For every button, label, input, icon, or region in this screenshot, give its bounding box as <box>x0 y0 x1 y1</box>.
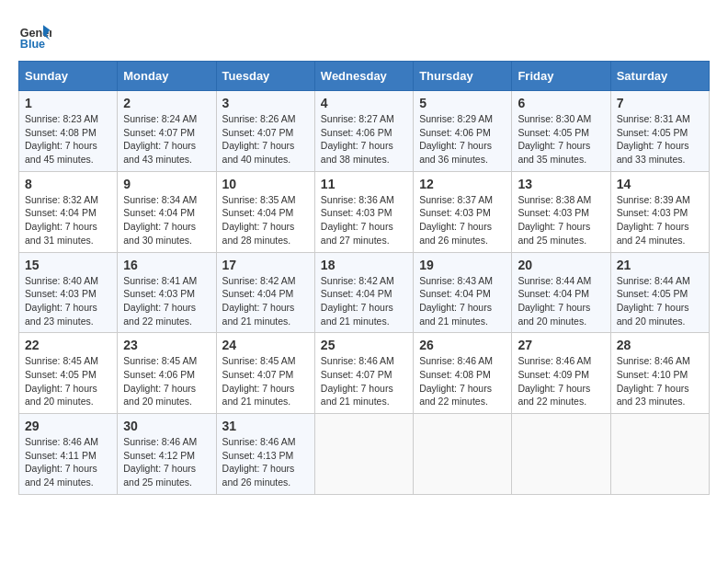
calendar-day-3: 3Sunrise: 8:26 AM Sunset: 4:07 PM Daylig… <box>216 91 314 172</box>
calendar-day-24: 24Sunrise: 8:45 AM Sunset: 4:07 PM Dayli… <box>216 333 314 414</box>
calendar-day-4: 4Sunrise: 8:27 AM Sunset: 4:06 PM Daylig… <box>314 91 413 172</box>
day-detail: Sunrise: 8:38 AM Sunset: 4:03 PM Dayligh… <box>518 194 591 246</box>
day-detail: Sunrise: 8:46 AM Sunset: 4:10 PM Dayligh… <box>617 355 690 407</box>
day-number: 13 <box>518 177 604 191</box>
calendar-day-20: 20Sunrise: 8:44 AM Sunset: 4:04 PM Dayli… <box>512 252 610 333</box>
day-number: 16 <box>123 258 210 272</box>
day-number: 10 <box>222 177 309 191</box>
day-detail: Sunrise: 8:46 AM Sunset: 4:12 PM Dayligh… <box>123 436 197 488</box>
calendar-day-10: 10Sunrise: 8:35 AM Sunset: 4:04 PM Dayli… <box>216 171 314 252</box>
calendar-day-9: 9Sunrise: 8:34 AM Sunset: 4:04 PM Daylig… <box>118 171 216 252</box>
empty-cell <box>610 414 709 495</box>
calendar-day-8: 8Sunrise: 8:32 AM Sunset: 4:04 PM Daylig… <box>19 171 118 252</box>
logo-icon: General Blue <box>18 18 51 52</box>
day-number: 11 <box>321 177 407 191</box>
day-number: 19 <box>419 258 506 272</box>
day-detail: Sunrise: 8:24 AM Sunset: 4:07 PM Dayligh… <box>123 113 197 165</box>
weekday-header-saturday: Saturday <box>610 62 709 91</box>
empty-cell <box>314 414 413 495</box>
day-number: 15 <box>25 258 111 272</box>
weekday-header-sunday: Sunday <box>19 62 118 91</box>
calendar-day-7: 7Sunrise: 8:31 AM Sunset: 4:05 PM Daylig… <box>610 91 709 172</box>
day-detail: Sunrise: 8:37 AM Sunset: 4:03 PM Dayligh… <box>419 194 493 246</box>
day-detail: Sunrise: 8:34 AM Sunset: 4:04 PM Dayligh… <box>123 194 197 246</box>
day-detail: Sunrise: 8:35 AM Sunset: 4:04 PM Dayligh… <box>222 194 296 246</box>
calendar-day-14: 14Sunrise: 8:39 AM Sunset: 4:03 PM Dayli… <box>610 171 709 252</box>
day-detail: Sunrise: 8:46 AM Sunset: 4:08 PM Dayligh… <box>419 355 493 407</box>
calendar-day-16: 16Sunrise: 8:41 AM Sunset: 4:03 PM Dayli… <box>118 252 216 333</box>
calendar-day-22: 22Sunrise: 8:45 AM Sunset: 4:05 PM Dayli… <box>19 333 118 414</box>
weekday-header-wednesday: Wednesday <box>314 62 413 91</box>
day-detail: Sunrise: 8:31 AM Sunset: 4:05 PM Dayligh… <box>617 113 690 165</box>
day-number: 4 <box>321 96 407 110</box>
day-detail: Sunrise: 8:30 AM Sunset: 4:05 PM Dayligh… <box>518 113 591 165</box>
calendar-header: SundayMondayTuesdayWednesdayThursdayFrid… <box>19 62 710 91</box>
calendar-day-2: 2Sunrise: 8:24 AM Sunset: 4:07 PM Daylig… <box>118 91 216 172</box>
day-detail: Sunrise: 8:44 AM Sunset: 4:05 PM Dayligh… <box>617 275 690 327</box>
day-number: 8 <box>25 177 111 191</box>
day-number: 5 <box>419 96 506 110</box>
calendar-day-26: 26Sunrise: 8:46 AM Sunset: 4:08 PM Dayli… <box>414 333 512 414</box>
calendar-day-13: 13Sunrise: 8:38 AM Sunset: 4:03 PM Dayli… <box>512 171 610 252</box>
calendar-week-4: 22Sunrise: 8:45 AM Sunset: 4:05 PM Dayli… <box>19 333 710 414</box>
day-detail: Sunrise: 8:41 AM Sunset: 4:03 PM Dayligh… <box>123 275 197 327</box>
day-number: 17 <box>222 258 309 272</box>
weekday-header-friday: Friday <box>512 62 610 91</box>
day-detail: Sunrise: 8:46 AM Sunset: 4:07 PM Dayligh… <box>321 355 394 407</box>
calendar-day-5: 5Sunrise: 8:29 AM Sunset: 4:06 PM Daylig… <box>414 91 512 172</box>
day-detail: Sunrise: 8:32 AM Sunset: 4:04 PM Dayligh… <box>25 194 98 246</box>
day-detail: Sunrise: 8:42 AM Sunset: 4:04 PM Dayligh… <box>321 275 394 327</box>
day-number: 26 <box>419 338 506 352</box>
day-number: 3 <box>222 96 309 110</box>
day-number: 2 <box>123 96 210 110</box>
header: General Blue <box>18 18 710 52</box>
calendar-day-17: 17Sunrise: 8:42 AM Sunset: 4:04 PM Dayli… <box>216 252 314 333</box>
calendar-week-3: 15Sunrise: 8:40 AM Sunset: 4:03 PM Dayli… <box>19 252 710 333</box>
day-detail: Sunrise: 8:39 AM Sunset: 4:03 PM Dayligh… <box>617 194 690 246</box>
calendar-day-19: 19Sunrise: 8:43 AM Sunset: 4:04 PM Dayli… <box>414 252 512 333</box>
calendar-day-27: 27Sunrise: 8:46 AM Sunset: 4:09 PM Dayli… <box>512 333 610 414</box>
day-detail: Sunrise: 8:45 AM Sunset: 4:06 PM Dayligh… <box>123 355 197 407</box>
day-number: 21 <box>617 258 703 272</box>
day-detail: Sunrise: 8:27 AM Sunset: 4:06 PM Dayligh… <box>321 113 394 165</box>
day-number: 30 <box>123 419 210 433</box>
day-number: 20 <box>518 258 604 272</box>
calendar-day-6: 6Sunrise: 8:30 AM Sunset: 4:05 PM Daylig… <box>512 91 610 172</box>
day-number: 22 <box>25 338 111 352</box>
day-detail: Sunrise: 8:36 AM Sunset: 4:03 PM Dayligh… <box>321 194 394 246</box>
calendar-week-5: 29Sunrise: 8:46 AM Sunset: 4:11 PM Dayli… <box>19 414 710 495</box>
calendar-week-1: 1Sunrise: 8:23 AM Sunset: 4:08 PM Daylig… <box>19 91 710 172</box>
empty-cell <box>414 414 512 495</box>
logo: General Blue <box>18 18 55 52</box>
calendar-day-31: 31Sunrise: 8:46 AM Sunset: 4:13 PM Dayli… <box>216 414 314 495</box>
day-number: 6 <box>518 96 604 110</box>
day-detail: Sunrise: 8:23 AM Sunset: 4:08 PM Dayligh… <box>25 113 98 165</box>
day-detail: Sunrise: 8:44 AM Sunset: 4:04 PM Dayligh… <box>518 275 591 327</box>
calendar-week-2: 8Sunrise: 8:32 AM Sunset: 4:04 PM Daylig… <box>19 171 710 252</box>
day-number: 18 <box>321 258 407 272</box>
day-detail: Sunrise: 8:45 AM Sunset: 4:07 PM Dayligh… <box>222 355 296 407</box>
weekday-header-thursday: Thursday <box>414 62 512 91</box>
calendar-day-29: 29Sunrise: 8:46 AM Sunset: 4:11 PM Dayli… <box>19 414 118 495</box>
calendar-day-11: 11Sunrise: 8:36 AM Sunset: 4:03 PM Dayli… <box>314 171 413 252</box>
calendar-day-15: 15Sunrise: 8:40 AM Sunset: 4:03 PM Dayli… <box>19 252 118 333</box>
calendar-day-28: 28Sunrise: 8:46 AM Sunset: 4:10 PM Dayli… <box>610 333 709 414</box>
day-detail: Sunrise: 8:43 AM Sunset: 4:04 PM Dayligh… <box>419 275 493 327</box>
calendar-day-23: 23Sunrise: 8:45 AM Sunset: 4:06 PM Dayli… <box>118 333 216 414</box>
day-detail: Sunrise: 8:26 AM Sunset: 4:07 PM Dayligh… <box>222 113 296 165</box>
day-number: 1 <box>25 96 111 110</box>
day-number: 12 <box>419 177 506 191</box>
day-number: 25 <box>321 338 407 352</box>
day-detail: Sunrise: 8:46 AM Sunset: 4:09 PM Dayligh… <box>518 355 591 407</box>
weekday-header-monday: Monday <box>118 62 216 91</box>
empty-cell <box>512 414 610 495</box>
day-number: 27 <box>518 338 604 352</box>
calendar-table: SundayMondayTuesdayWednesdayThursdayFrid… <box>18 61 710 495</box>
day-number: 9 <box>123 177 210 191</box>
day-number: 29 <box>25 419 111 433</box>
calendar-day-25: 25Sunrise: 8:46 AM Sunset: 4:07 PM Dayli… <box>314 333 413 414</box>
calendar-day-21: 21Sunrise: 8:44 AM Sunset: 4:05 PM Dayli… <box>610 252 709 333</box>
calendar-day-1: 1Sunrise: 8:23 AM Sunset: 4:08 PM Daylig… <box>19 91 118 172</box>
calendar-day-12: 12Sunrise: 8:37 AM Sunset: 4:03 PM Dayli… <box>414 171 512 252</box>
day-number: 24 <box>222 338 309 352</box>
